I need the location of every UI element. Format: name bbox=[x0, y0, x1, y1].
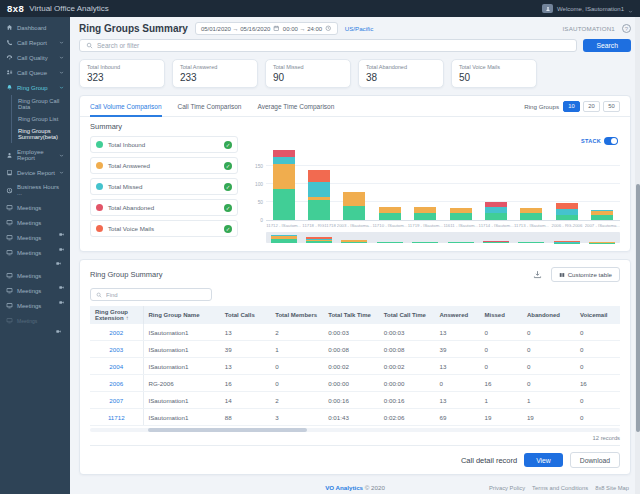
extension-link[interactable]: 2007 bbox=[90, 392, 143, 409]
home-icon bbox=[6, 24, 13, 31]
sidebar-subitem-ring-groups-summary-beta[interactable]: Ring Groups Summary(beta) bbox=[12, 125, 70, 143]
stat-card-total-voice-mails: Total Voice Mails50 bbox=[451, 59, 537, 88]
sidebar-item-meetings[interactable]: Meetings bbox=[0, 230, 70, 245]
ring-groups-option-20[interactable]: 20 bbox=[583, 101, 600, 112]
sidebar-item-device-report[interactable]: Device Report bbox=[0, 165, 70, 180]
column-header-ring-group-extension[interactable]: Ring Group Extension↑ bbox=[90, 306, 143, 324]
sort-asc-icon[interactable]: ↑ bbox=[126, 315, 129, 321]
tab-call-time-comparison[interactable]: Call Time Comparison bbox=[178, 96, 242, 117]
cell: 2 bbox=[270, 324, 323, 341]
column-header-abandoned[interactable]: Abandoned bbox=[522, 306, 575, 324]
sidebar-item-call-quality[interactable]: Call Quality bbox=[0, 50, 70, 65]
column-header-ring-group-name[interactable]: Ring Group Name bbox=[143, 306, 220, 324]
tabs-row: Call Volume ComparisonCall Time Comparis… bbox=[80, 96, 630, 117]
sidebar-item-meetings[interactable]: Meetings bbox=[0, 200, 70, 215]
chart-bar-11712-isautom[interactable] bbox=[273, 150, 295, 220]
sidebar-item-ring-group[interactable]: Ring Group bbox=[0, 80, 70, 95]
check-icon[interactable]: ✓ bbox=[224, 225, 232, 233]
extension-link[interactable]: 2006 bbox=[90, 375, 143, 392]
check-icon[interactable]: ✓ bbox=[224, 162, 232, 170]
sidebar-item-meetings[interactable]: Meetings bbox=[0, 313, 70, 328]
sidebar-item-call-report[interactable]: Call Report bbox=[0, 35, 70, 50]
camera-icon bbox=[59, 247, 64, 252]
sidebar-item-employee-report[interactable]: Employee Report bbox=[0, 145, 70, 165]
column-header-answered[interactable]: Answered bbox=[434, 306, 479, 324]
legend-label: Total Answered bbox=[108, 162, 224, 169]
column-header-total-call-time[interactable]: Total Call Time bbox=[379, 306, 435, 324]
legend-item-total-abandoned[interactable]: Total Abandoned✓ bbox=[90, 199, 238, 216]
column-header-missed[interactable]: Missed bbox=[480, 306, 522, 324]
x-axis-label: 2006 - RG-2006 bbox=[549, 221, 584, 228]
vertical-scrollbar-thumb[interactable] bbox=[636, 184, 640, 432]
sidebar-item-meetings[interactable]: Meetings bbox=[0, 245, 70, 260]
column-header-total-talk-time[interactable]: Total Talk Time bbox=[323, 306, 379, 324]
topbar-user-menu[interactable]: Welcome, ISautomation1 bbox=[542, 0, 633, 18]
find-box[interactable] bbox=[90, 288, 212, 301]
download-button[interactable]: Download bbox=[570, 452, 620, 468]
horizontal-scrollbar[interactable] bbox=[90, 428, 620, 432]
view-button[interactable]: View bbox=[524, 453, 563, 467]
y-axis-tick: 100 bbox=[255, 182, 263, 187]
legend-item-total-answered[interactable]: Total Answered✓ bbox=[90, 157, 238, 174]
sidebar-item-meetings[interactable]: Meetings bbox=[0, 268, 70, 283]
column-header-total-members[interactable]: Total Members bbox=[270, 306, 323, 324]
find-input[interactable] bbox=[106, 292, 206, 298]
legend-item-total-missed[interactable]: Total Missed✓ bbox=[90, 178, 238, 195]
chart-bar-11611-isautom[interactable] bbox=[450, 208, 472, 220]
legend-item-total-voice-mails[interactable]: Total Voice Mails✓ bbox=[90, 220, 238, 237]
column-header-total-calls[interactable]: Total Calls bbox=[220, 306, 270, 324]
chart-bar-2007-isautoma[interactable] bbox=[591, 210, 613, 220]
meeting-icon bbox=[6, 272, 13, 279]
sidebar-item-meetings[interactable]: Meetings bbox=[0, 298, 70, 313]
stat-value: 38 bbox=[366, 72, 436, 83]
sidebar-item-business-hours[interactable]: Business Hours ... bbox=[0, 180, 70, 200]
footer-brand-link[interactable]: VO Analytics bbox=[325, 484, 363, 491]
chart-bar-11714-isautom[interactable] bbox=[485, 202, 507, 221]
sidebar-subitem-ring-group-call-data[interactable]: Ring Group Call Data bbox=[12, 95, 70, 113]
search-box[interactable] bbox=[79, 39, 577, 52]
help-icon[interactable]: ? bbox=[622, 24, 631, 33]
vertical-scrollbar[interactable] bbox=[635, 17, 640, 494]
tab-average-time-comparison[interactable]: Average Time Comparison bbox=[257, 96, 334, 117]
chart-overview-strip[interactable] bbox=[266, 232, 620, 243]
legend-item-total-inbound[interactable]: Total Inbound✓ bbox=[90, 136, 238, 153]
chart-bar-11713-isautom[interactable] bbox=[520, 208, 542, 220]
download-icon[interactable] bbox=[533, 270, 542, 279]
ring-groups-option-50[interactable]: 50 bbox=[603, 101, 620, 112]
customize-table-button[interactable]: Customize table bbox=[551, 267, 620, 282]
ring-groups-option-10[interactable]: 10 bbox=[563, 101, 580, 112]
stack-toggle[interactable] bbox=[604, 137, 618, 145]
extension-link[interactable]: 2003 bbox=[90, 341, 143, 358]
column-header-voicemail[interactable]: Voicemail bbox=[575, 306, 620, 324]
search-input[interactable] bbox=[97, 42, 570, 49]
x-axis-label: 2003 - ISautoma... bbox=[337, 221, 372, 228]
check-icon[interactable]: ✓ bbox=[224, 141, 232, 149]
footer-link-privacy-policy[interactable]: Privacy Policy bbox=[489, 485, 525, 491]
check-icon[interactable]: ✓ bbox=[224, 204, 232, 212]
search-button[interactable]: Search bbox=[583, 39, 631, 52]
sidebar-item-call-queue[interactable]: Call Queue bbox=[0, 65, 70, 80]
footer-link-8x8-site-map[interactable]: 8x8 Site Map bbox=[595, 485, 629, 491]
chart-bar-2003-isautoma[interactable] bbox=[343, 192, 365, 220]
chart-bar-2006-rg-2006[interactable] bbox=[556, 203, 578, 220]
sidebar-item-meetings[interactable]: Meetings bbox=[0, 283, 70, 298]
chart-bar-11710-isautom[interactable] bbox=[379, 207, 401, 220]
footer-link-terms-and-conditions[interactable]: Terms and Conditions bbox=[532, 485, 588, 491]
sidebar-item-label: Call Queue bbox=[17, 70, 47, 76]
extension-link[interactable]: 2004 bbox=[90, 358, 143, 375]
table-row: 2007ISautomation11420:00:160:00:1613110 bbox=[90, 392, 620, 409]
horizontal-scrollbar-thumb[interactable] bbox=[148, 428, 307, 432]
bar-segment-total-voice-mails bbox=[308, 170, 330, 183]
date-range-picker[interactable]: 05/01/2020 → 05/16/2020 00:00 → 24:00 bbox=[195, 22, 338, 36]
extension-link[interactable]: 11712 bbox=[90, 409, 143, 426]
chart-bar-11719-isautom[interactable] bbox=[414, 207, 436, 220]
timezone-link[interactable]: US/Pacific bbox=[345, 25, 374, 32]
sidebar-subitem-ring-group-list[interactable]: Ring Group List bbox=[12, 113, 70, 125]
tab-call-volume-comparison[interactable]: Call Volume Comparison bbox=[90, 96, 162, 117]
cell: 16 bbox=[480, 375, 522, 392]
extension-link[interactable]: 2002 bbox=[90, 324, 143, 341]
sidebar-item-dashboard[interactable]: Dashboard bbox=[0, 20, 70, 35]
sidebar-item-meetings[interactable]: Meetings bbox=[0, 215, 70, 230]
check-icon[interactable]: ✓ bbox=[224, 183, 232, 191]
chart-bar-11718-rg11718[interactable] bbox=[308, 170, 330, 220]
